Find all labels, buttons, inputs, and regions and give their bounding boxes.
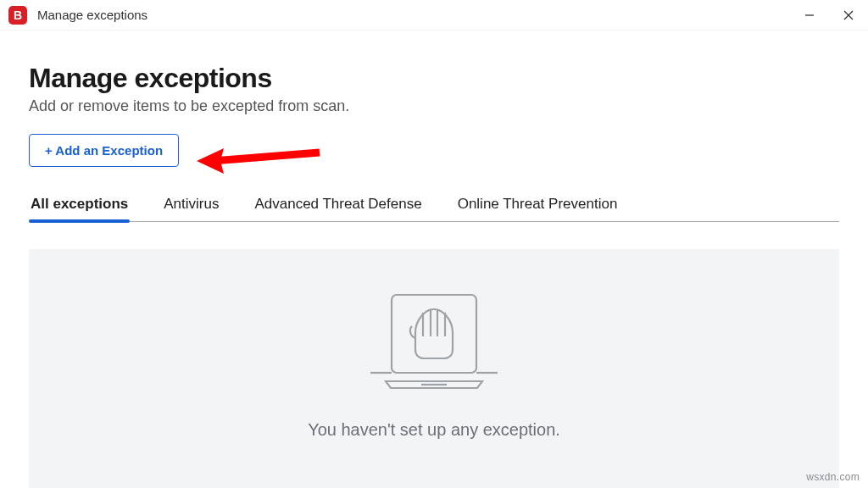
tab-antivirus[interactable]: Antivirus bbox=[162, 191, 220, 221]
tab-online-threat-prevention[interactable]: Online Threat Prevention bbox=[456, 191, 620, 221]
window-title: Manage exceptions bbox=[37, 8, 790, 22]
page-subtitle: Add or remove items to be excepted from … bbox=[29, 97, 839, 115]
tab-advanced-threat-defense[interactable]: Advanced Threat Defense bbox=[253, 191, 423, 221]
empty-state-message: You haven't set up any exception. bbox=[308, 420, 560, 440]
svg-rect-3 bbox=[392, 295, 476, 373]
empty-state-panel: You haven't set up any exception. bbox=[29, 249, 839, 488]
window-controls bbox=[790, 0, 868, 30]
close-button[interactable] bbox=[829, 0, 868, 30]
content: Manage exceptions Add or remove items to… bbox=[0, 30, 868, 488]
tab-all-exceptions[interactable]: All exceptions bbox=[29, 191, 130, 221]
laptop-hand-icon bbox=[362, 280, 506, 398]
minimize-button[interactable] bbox=[790, 0, 829, 30]
page-title: Manage exceptions bbox=[29, 63, 839, 94]
titlebar: B Manage exceptions bbox=[0, 0, 868, 30]
add-exception-button[interactable]: + Add an Exception bbox=[29, 134, 179, 167]
tabs: All exceptions Antivirus Advanced Threat… bbox=[29, 191, 839, 222]
app-icon: B bbox=[8, 6, 27, 25]
watermark: wsxdn.com bbox=[806, 471, 860, 483]
